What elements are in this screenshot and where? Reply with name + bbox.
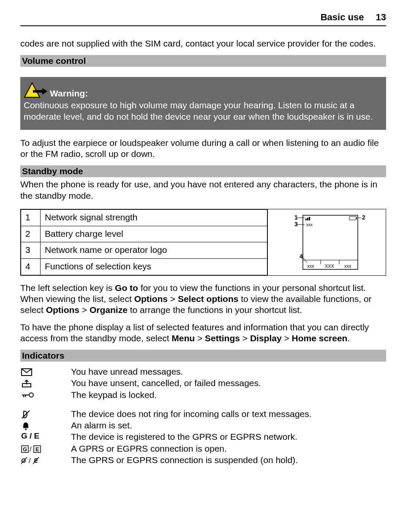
cell-label: Network name or operator logo [41,242,267,259]
bold-display: Display [250,333,282,343]
warning-box: Warning: Continuous exposure to high vol… [20,77,386,130]
indicator-text: The keypad is locked. [71,389,386,400]
svg-rect-14 [349,217,356,220]
table-row: 3 Network name or operator logo [21,242,267,259]
cell-label: Battery charge level [41,226,267,242]
indicator-row: You have unsent, cancelled, or failed me… [20,377,386,389]
indicator-row: The keypad is locked. [20,389,386,400]
keylock-icon [20,389,71,400]
svg-text:2: 2 [362,214,365,221]
warning-label: Warning: [50,88,88,99]
text: > [240,333,250,343]
indicator-text: A GPRS or EGPRS connection is open. [71,443,386,454]
alarm-icon [20,420,71,431]
svg-text:XXX: XXX [325,263,335,269]
bold-settings: Settings [205,333,240,343]
gprs-egprs-suspended-icon: G / E [20,454,71,465]
indicator-text: The device does not ring for incoming ca… [71,408,386,420]
text: The left selection key is [20,283,115,293]
svg-text:/: / [29,457,31,464]
indicator-row: The device does not ring for incoming ca… [20,408,386,420]
bold-go-to: Go to [115,283,138,293]
svg-marker-1 [42,88,47,95]
text: > [195,333,205,343]
bold-organize: Organize [90,305,128,315]
warning-text: Continuous exposure to high volume may d… [24,100,383,122]
bold-home-screen: Home screen [292,333,348,343]
text: > [168,294,178,304]
outbox-icon [20,377,71,388]
standby-table: 1 Network signal strength 2 Battery char… [21,209,267,275]
indicator-row: G / E A GPRS or EGPRS connection is open… [20,443,386,454]
indicator-text: You have unread messages. [71,366,386,377]
indicator-text: The GPRS or EGPRS connection is suspende… [71,454,386,466]
svg-point-27 [25,428,27,430]
indicator-row: An alarm is set. [20,420,386,431]
text: > [79,305,90,315]
svg-rect-11 [305,219,307,220]
cell-num: 1 [21,209,41,226]
silent-icon [20,408,71,419]
svg-text:xxx: xxx [344,263,351,269]
cell-num: 3 [21,242,41,259]
section-indicators: Indicators [20,350,386,362]
gprs-egprs-boxed-icon: G / E [20,443,71,454]
indicator-row: G / E The device is registered to the GP… [20,431,386,442]
standby-intro: When the phone is ready for use, and you… [20,179,386,201]
svg-rect-13 [309,217,310,220]
indicator-row: You have unread messages. [20,366,386,377]
svg-text:G: G [23,446,27,452]
gprs-egprs-icon: G / E [20,431,71,442]
page-header: Basic use 13 [20,12,386,26]
svg-point-25 [29,393,33,397]
volume-body: To adjust the earpiece or loudspeaker vo… [20,137,386,160]
svg-text:/: / [30,446,32,453]
section-volume-control: Volume control [20,55,386,67]
standby-para-2: To have the phone display a list of sele… [20,322,386,344]
indicators-list: You have unread messages. You have unsen… [20,366,386,466]
header-page-number: 13 [376,12,386,22]
text: > [282,333,292,343]
indicator-text: An alarm is set. [71,420,386,431]
svg-text:E: E [35,446,39,452]
intro-continued: codes are not supplied with the SIM card… [20,38,386,49]
table-row: 2 Battery charge level [21,226,267,242]
mail-icon [20,366,71,377]
text: to arrange the functions in your shortcu… [128,305,302,315]
text: . [347,333,350,343]
indicator-group: You have unread messages. You have unsen… [20,366,386,400]
svg-rect-12 [307,218,308,220]
svg-text:xxx: xxx [306,222,313,227]
indicator-text: You have unsent, cancelled, or failed me… [71,377,386,389]
cell-num: 2 [21,226,41,242]
svg-text:3: 3 [294,221,298,228]
bold-options: Options [134,294,168,304]
cell-label: Network signal strength [41,209,267,226]
bold-menu: Menu [172,333,195,343]
standby-figure: 1 2 3 4 xxx [267,209,386,275]
cell-label: Functions of selection keys [41,259,267,275]
indicator-row: G / E The GPRS or EGPRS connection is su… [20,454,386,466]
standby-para-1: The left selection key is Go to for you … [20,282,386,316]
svg-text:xxx: xxx [307,263,314,269]
warning-icon [24,81,48,99]
standby-table-wrap: 1 Network signal strength 2 Battery char… [20,209,386,276]
table-row: 4 Functions of selection keys [21,259,267,275]
bold-options-2: Options [46,305,79,315]
indicator-text: The device is registered to the GPRS or … [71,431,386,442]
indicator-group: The device does not ring for incoming ca… [20,408,386,466]
table-row: 1 Network signal strength [21,209,267,226]
manual-page: Basic use 13 codes are not supplied with… [0,0,403,490]
header-section: Basic use [321,12,364,22]
section-standby-mode: Standby mode [20,165,386,177]
cell-num: 4 [21,259,41,275]
bold-select-options: Select options [178,294,239,304]
svg-rect-15 [356,217,357,219]
svg-text:4: 4 [300,253,303,260]
svg-text:1: 1 [294,214,298,221]
